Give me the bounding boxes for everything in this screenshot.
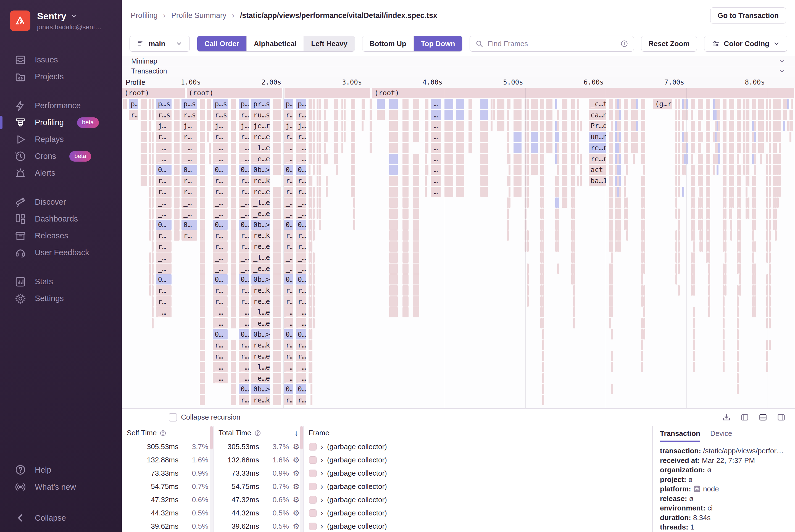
flame-cell[interactable] <box>557 176 559 186</box>
flame-cell[interactable] <box>200 373 205 383</box>
flame-cell[interactable] <box>174 220 179 230</box>
flame-cell[interactable] <box>708 143 710 153</box>
flame-cell[interactable] <box>152 274 154 285</box>
flame-cell[interactable] <box>351 154 353 164</box>
flame-cell[interactable] <box>152 252 154 263</box>
flame-cell[interactable]: r… <box>296 395 306 405</box>
flame-cell[interactable] <box>326 154 328 164</box>
flame-cell[interactable] <box>739 264 741 274</box>
flame-cell[interactable] <box>326 176 328 186</box>
flame-cell[interactable] <box>624 132 626 142</box>
flame-cell[interactable] <box>706 121 708 131</box>
flame-cell[interactable] <box>542 264 544 274</box>
flame-cell[interactable] <box>313 220 315 230</box>
flame-cell[interactable] <box>724 121 726 131</box>
flame-cell[interactable] <box>617 187 619 197</box>
flame-cell[interactable] <box>336 143 338 153</box>
flame-cell[interactable] <box>557 143 559 153</box>
flame-cell[interactable]: r… <box>284 176 294 186</box>
flame-cell[interactable] <box>308 143 310 153</box>
flame-cell[interactable] <box>480 154 488 164</box>
flame-cell[interactable] <box>718 132 720 142</box>
flame-cell[interactable]: 0… <box>239 329 249 340</box>
segment-bottom-up[interactable]: Bottom Up <box>362 36 414 51</box>
flame-cell[interactable] <box>353 220 355 230</box>
flame-cell[interactable] <box>737 230 739 241</box>
sidebar-item-replays[interactable]: Replays <box>0 131 122 148</box>
flame-cell[interactable] <box>555 132 557 142</box>
flame-cell[interactable] <box>752 154 754 164</box>
flame-cell[interactable] <box>308 187 310 197</box>
flame-cell[interactable] <box>718 110 720 120</box>
flame-cell[interactable] <box>754 297 756 307</box>
flame-cell[interactable] <box>769 307 771 317</box>
flame-cell[interactable] <box>351 143 353 153</box>
flame-cell[interactable] <box>580 176 582 186</box>
flame-cell[interactable] <box>737 307 739 317</box>
flame-cell[interactable] <box>706 154 708 164</box>
flame-cell[interactable] <box>739 187 741 197</box>
flame-cell[interactable] <box>200 395 205 405</box>
flame-cell[interactable] <box>723 197 724 208</box>
flame-cell[interactable] <box>310 197 313 208</box>
flame-cell[interactable] <box>480 176 488 186</box>
flame-cell[interactable] <box>497 99 505 109</box>
flame-cell[interactable] <box>140 154 148 164</box>
flame-cell[interactable] <box>273 318 281 328</box>
flame-cell[interactable] <box>779 154 781 164</box>
flame-cell[interactable] <box>747 143 750 153</box>
flame-cell[interactable] <box>737 220 739 230</box>
flame-cell[interactable] <box>693 143 695 153</box>
flame-cell[interactable]: r… <box>284 297 294 307</box>
flame-cell[interactable] <box>619 187 621 197</box>
flame-cell[interactable] <box>493 110 495 120</box>
flame-cell[interactable]: _… <box>296 264 306 274</box>
flame-cell[interactable] <box>174 230 179 241</box>
flame-cell[interactable] <box>682 143 684 153</box>
total-time-header[interactable]: Total Time ↓ <box>213 426 303 440</box>
flame-cell[interactable] <box>737 165 739 175</box>
flame-cell[interactable] <box>531 110 538 120</box>
flame-cell[interactable]: r… <box>239 340 249 350</box>
flame-cell[interactable] <box>542 154 544 164</box>
flame-cell[interactable] <box>525 197 527 208</box>
flame-cell[interactable] <box>555 187 557 197</box>
flame-cell[interactable] <box>413 99 419 109</box>
flame-cell[interactable] <box>766 154 768 164</box>
flame-cell[interactable]: r… <box>296 285 306 296</box>
flame-cell[interactable]: Pr…d <box>589 121 606 131</box>
flame-cell[interactable] <box>470 121 472 131</box>
flame-cell[interactable] <box>370 132 372 142</box>
flame-cell[interactable] <box>573 209 575 219</box>
flame-cell[interactable] <box>739 143 741 153</box>
flame-cell[interactable] <box>402 252 409 263</box>
flame-cell[interactable] <box>745 121 747 131</box>
flame-cell[interactable] <box>231 187 236 197</box>
flame-cell[interactable] <box>619 176 621 186</box>
flame-cell[interactable]: _… <box>296 373 306 383</box>
flame-cell[interactable]: _… <box>182 197 197 208</box>
flame-cell[interactable] <box>542 230 544 241</box>
flame-cell[interactable] <box>313 99 315 109</box>
flame-cell[interactable]: _… <box>182 154 197 164</box>
flame-cell[interactable]: 0… <box>239 165 249 175</box>
flame-cell[interactable] <box>152 176 154 186</box>
flame-cell[interactable] <box>626 132 628 142</box>
flame-cell[interactable] <box>444 187 453 197</box>
flame-cell[interactable] <box>389 154 398 164</box>
flame-cell[interactable] <box>636 143 638 153</box>
flame-cell[interactable] <box>209 99 211 109</box>
flame-cell[interactable] <box>777 110 779 120</box>
flame-cell[interactable] <box>555 230 557 241</box>
flame-cell[interactable] <box>152 110 154 120</box>
flame-cell[interactable] <box>317 99 319 109</box>
breadcrumb-link[interactable]: Profile Summary <box>171 11 227 20</box>
flame-cell[interactable]: _c…t <box>589 99 606 109</box>
flame-cell[interactable] <box>641 154 643 164</box>
flame-cell[interactable] <box>706 230 708 241</box>
flame-cell[interactable]: _… <box>239 373 249 383</box>
flame-cell[interactable] <box>626 154 628 164</box>
flame-cell[interactable]: _… <box>156 209 172 219</box>
flame-cell[interactable] <box>402 154 409 164</box>
expand-chevron-icon[interactable]: › <box>320 469 323 478</box>
